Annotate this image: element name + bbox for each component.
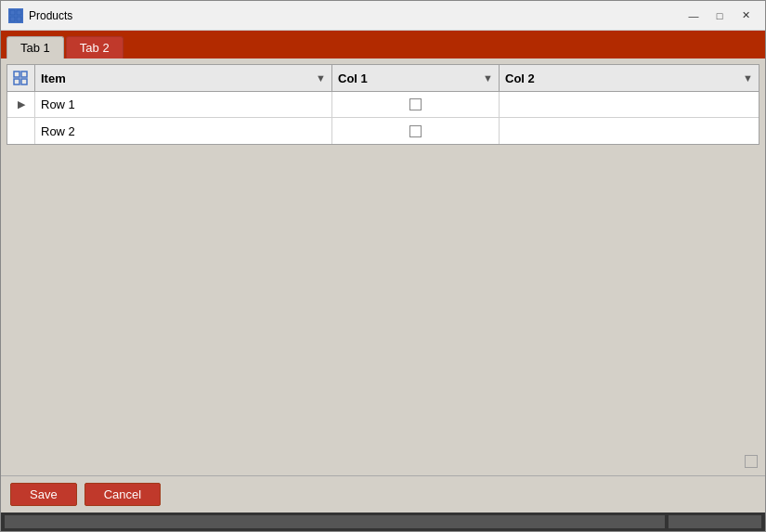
data-grid: Item ▼ Col 1 ▼ Col 2 ▼ ▶ Row 1 [6,64,760,145]
close-button[interactable]: ✕ [734,6,758,25]
window-icon [8,8,23,23]
grid-icon [13,71,28,85]
minimize-button[interactable]: — [682,6,706,25]
svg-rect-5 [21,71,27,77]
row1-item-cell: Row 1 [35,92,332,117]
row1-col1-cell [332,92,500,117]
row2-col1-cell [332,118,500,144]
row2-col2-cell [500,118,759,144]
row1-col1-checkbox[interactable] [409,98,422,110]
empty-area [6,145,760,470]
table-row: Row 2 [7,118,759,144]
grid-header: Item ▼ Col 1 ▼ Col 2 ▼ [7,65,759,92]
svg-rect-3 [17,17,21,21]
tab-bar: Tab 1 Tab 2 [1,31,765,58]
col-header-expand [7,65,35,91]
maximize-button[interactable]: □ [708,6,732,25]
row1-col2-cell [500,92,759,117]
table-row: ▶ Row 1 [7,92,759,118]
row2-indicator-cell [7,118,35,144]
col-header-item: Item ▼ [35,65,332,91]
svg-rect-7 [21,79,27,84]
svg-rect-4 [14,71,19,77]
row1-indicator-cell: ▶ [7,92,35,117]
tab-tab2[interactable]: Tab 2 [66,36,123,58]
status-bar-left [5,515,665,528]
footer: Save Cancel [1,475,765,513]
col-header-col2: Col 2 ▼ [500,65,759,91]
window-title: Products [29,9,682,22]
save-button[interactable]: Save [10,483,77,506]
row2-col1-checkbox[interactable] [409,125,422,137]
filter-icon-item[interactable]: ▼ [316,72,326,84]
tab-tab1[interactable]: Tab 1 [6,36,64,58]
filter-icon-col2[interactable]: ▼ [743,72,753,84]
content-area: Item ▼ Col 1 ▼ Col 2 ▼ ▶ Row 1 [1,58,765,475]
svg-rect-2 [10,17,15,21]
status-bar [1,513,765,531]
status-bar-right [669,515,761,528]
title-bar: Products — □ ✕ [1,1,765,31]
svg-rect-6 [14,79,19,84]
cancel-button[interactable]: Cancel [84,483,161,506]
svg-rect-1 [17,10,21,15]
row-expand-indicator[interactable]: ▶ [18,98,25,110]
scrollbar-corner [745,455,758,468]
window-controls: — □ ✕ [682,6,758,25]
col-header-col1: Col 1 ▼ [332,65,500,91]
main-window: Products — □ ✕ Tab 1 Tab 2 [0,0,766,532]
row2-item-cell: Row 2 [35,118,332,144]
filter-icon-col1[interactable]: ▼ [483,72,493,84]
svg-rect-0 [10,10,15,15]
